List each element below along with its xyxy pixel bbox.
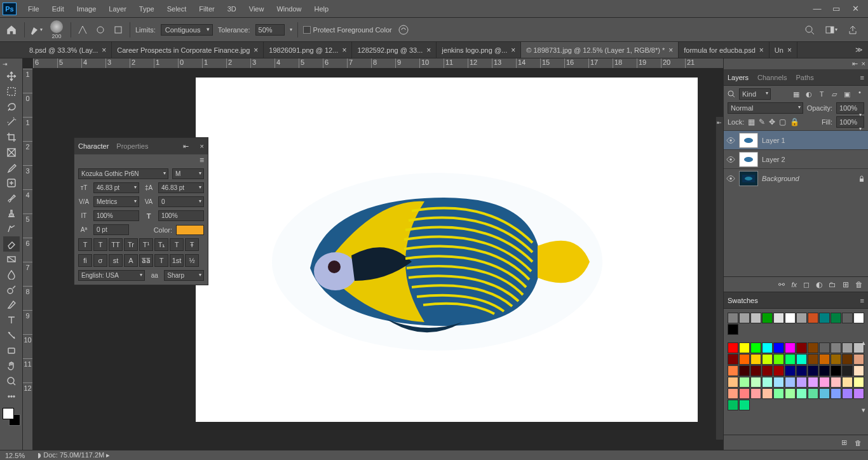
sampling-bg-icon[interactable] [112,24,125,36]
menu-filter[interactable]: Filter [193,3,220,15]
new-swatch-icon[interactable]: ⊞ [841,438,847,447]
opentype-button[interactable]: 1st [170,254,184,267]
swatch[interactable] [808,313,818,323]
layer-fx-icon[interactable]: fx [791,280,797,289]
zoom-level[interactable]: 12.5% [5,452,25,459]
font-style-select[interactable]: M [172,168,204,179]
heal-tool[interactable] [3,175,20,191]
swatch[interactable] [842,365,853,376]
blur-tool[interactable] [3,267,20,282]
swatch[interactable] [819,342,830,353]
swatch[interactable] [842,313,853,323]
lasso-tool[interactable] [3,99,20,114]
fill-input[interactable]: 100% [836,116,864,128]
swatch[interactable] [773,354,784,365]
toolbar-collapse[interactable]: ⇥ [0,61,8,67]
document-tab[interactable]: 1282592.png @ 33...× [352,42,437,58]
tolerance-dropdown[interactable]: ▾ [290,27,292,32]
limits-select[interactable]: Contiguous [161,24,213,36]
swatch[interactable] [808,354,818,365]
document-tab[interactable]: 8.psd @ 33.3% (Lay...× [24,42,112,58]
hscale-input[interactable]: 100% [158,210,204,221]
tab-close-icon[interactable]: × [511,46,515,55]
eyedrop-tool[interactable] [3,160,20,175]
swatch[interactable] [728,354,738,365]
search-icon[interactable] [803,24,816,36]
filter-type-icon[interactable]: T [817,90,826,98]
tab-close-icon[interactable]: × [426,46,431,55]
swatch[interactable] [853,313,864,323]
close-button[interactable]: ✕ [850,4,860,14]
document-tab[interactable]: formula for educba.psd× [679,42,770,58]
lock-pos-icon[interactable]: ✥ [769,118,775,126]
swatch[interactable] [831,388,841,399]
horizontal-ruler[interactable]: 6543210123456789101112131415161718192021 [33,58,723,69]
document-tab[interactable]: 19826091.png @ 12...× [264,42,352,58]
leading-input[interactable]: 46.83 pt [158,182,204,193]
swatch[interactable] [842,342,853,353]
menu-select[interactable]: Select [161,3,193,15]
document-tab[interactable]: Un× [770,42,797,58]
antialias-select[interactable]: Sharp [164,270,204,281]
swatch[interactable] [728,388,738,399]
collapsed-dock[interactable]: ⇤ [715,117,723,440]
swatch[interactable] [762,354,773,365]
sampling-continuous-icon[interactable] [76,24,89,36]
visibility-icon[interactable] [726,136,735,145]
swatch[interactable] [728,365,738,376]
fg-bg-swatches[interactable] [3,408,20,426]
swatch[interactable] [762,365,773,376]
sampling-once-icon[interactable] [94,24,107,36]
swatch[interactable] [831,377,841,388]
layers-panel-menu-icon[interactable]: ≡ [860,74,864,81]
gradient-tool[interactable] [3,252,20,267]
swatch[interactable] [762,377,773,388]
type-style-button[interactable]: T [170,238,184,251]
swatch[interactable] [773,313,784,323]
swatch[interactable] [739,377,750,388]
text-color-swatch[interactable] [176,225,204,235]
menu-image[interactable]: Image [71,3,103,15]
opentype-button[interactable]: T [154,254,168,267]
swatch[interactable] [762,313,773,323]
pressure-icon[interactable] [397,24,410,36]
swatch[interactable] [750,313,761,323]
blend-mode-select[interactable]: Normal [728,102,803,114]
maximize-button[interactable]: ▭ [831,4,841,14]
swatch[interactable] [773,365,784,376]
workspace-switcher-icon[interactable]: ▾ [825,24,837,36]
layer-mask-icon[interactable]: ◻ [803,280,810,289]
type-style-button[interactable]: T [93,238,107,251]
delete-swatch-icon[interactable]: 🗑 [855,439,862,447]
frame-tool[interactable] [3,145,20,160]
swatch[interactable] [842,388,853,399]
tolerance-input[interactable]: 50% [255,24,285,36]
swatch[interactable] [819,388,830,399]
document-canvas[interactable] [196,78,698,422]
swatch[interactable] [831,342,841,353]
rect-tool[interactable] [3,343,20,358]
swatch[interactable] [819,365,830,376]
swatch[interactable] [728,342,738,353]
opentype-button[interactable]: σ [93,254,107,267]
opentype-button[interactable]: A [124,254,138,267]
swatch[interactable] [785,342,796,353]
history-tool[interactable] [3,221,20,236]
opentype-button[interactable]: a̅a̅ [139,254,153,267]
filter-shape-icon[interactable]: ▱ [830,90,839,98]
menu-type[interactable]: Type [133,3,161,15]
protect-foreground-checkbox[interactable]: Protect Foreground Color [303,26,392,34]
visibility-icon[interactable] [726,155,735,164]
zoom-tool[interactable] [3,374,20,389]
tab-close-icon[interactable]: × [254,46,258,55]
doc-size[interactable]: ◗ Doc: 75.0M/117.2M ▸ [37,451,110,459]
document-tab[interactable]: Career Prospects in Corporate Finance.jp… [112,42,264,58]
document-tab[interactable]: jenkins logo.png @...× [437,42,521,58]
language-select[interactable]: English: USA [78,270,145,281]
panels-close-icon[interactable]: × [862,60,865,68]
swatch[interactable] [831,354,841,365]
type-style-button[interactable]: T [78,238,92,251]
tab-properties[interactable]: Properties [116,142,148,150]
lock-all-icon[interactable]: 🔒 [790,118,799,126]
char-panel-menu-icon[interactable]: ≡ [200,156,204,165]
